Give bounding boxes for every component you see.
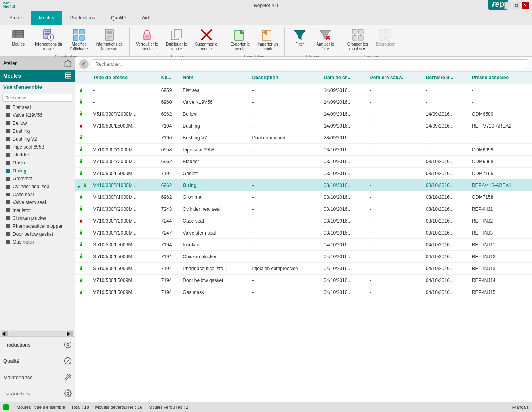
sidebar-item[interactable]: Cylinder heal seal <box>0 183 75 191</box>
nav-atelier[interactable]: Atelier <box>2 11 31 25</box>
sidebar-item-dot <box>6 216 10 220</box>
toolbar-supprimer-button[interactable]: Supprimer le moule <box>192 27 221 53</box>
last-use-cell: 03/10/2016... <box>423 203 469 215</box>
sidebar-item[interactable]: Chicken plucker <box>0 214 75 222</box>
info-presse-icon <box>103 29 116 41</box>
table-row[interactable]: V710/500/L5009M... 7194 Bushing - 14/09/… <box>75 120 532 132</box>
sidebar-item[interactable]: Bushing <box>0 127 75 135</box>
toolbar-verrouiller-button[interactable]: Verrouiller le moule <box>133 27 161 53</box>
table-container[interactable]: Type de presse Nu... Nom Description Dat <box>75 72 532 402</box>
svg-rect-36 <box>352 36 357 40</box>
sidebar-item[interactable]: Pharmaceutical stopper <box>0 222 75 230</box>
toolbar-dupliquer-button[interactable]: Dubliquer le moule <box>163 27 190 53</box>
nav-parametres-item[interactable]: Paramètres <box>0 385 75 402</box>
sidebar-item-label: Bushing V2 <box>13 136 37 142</box>
table-row[interactable]: V510/300/Y2000M... 6958 Pipe seal 6958 -… <box>75 144 532 156</box>
table-row[interactable]: S510/500/L5009M... 7194 Insulator - 04/1… <box>75 239 532 251</box>
sidebar-item[interactable]: Insulator <box>0 206 75 214</box>
table-row[interactable]: V710/300/Y2000M... 7244 Case seal - 03/1… <box>75 215 532 227</box>
toolbar-info-presse-button[interactable]: Informations de la presse <box>92 27 126 53</box>
sidebar-item[interactable]: Grommet <box>0 175 75 183</box>
date-cr-cell: 14/09/2016... <box>321 96 367 108</box>
date-cr-cell: 04/10/2016... <box>321 239 367 251</box>
nom-cell: Insulator <box>180 239 250 251</box>
col-nom[interactable]: Nom <box>180 72 250 84</box>
sidebar-item[interactable]: Bellow <box>0 119 75 127</box>
maximize-button[interactable]: □ <box>513 2 520 9</box>
lock-cell <box>75 108 91 120</box>
svg-rect-41 <box>380 29 385 34</box>
col-last-save[interactable]: Dernière sauv... <box>367 72 423 84</box>
presse-cell: - <box>469 132 532 144</box>
nav-moules[interactable]: Moules <box>31 11 62 25</box>
nav-qualite-item[interactable]: Qualité <box>0 353 75 369</box>
col-date-cr[interactable]: Date de cr... <box>321 72 367 84</box>
lock-cell <box>75 203 91 215</box>
nav-qualite[interactable]: Qualité <box>103 11 134 25</box>
last-use-cell: - <box>423 84 469 96</box>
sidebar-moules-section[interactable]: Moules <box>0 70 75 82</box>
minimize-button[interactable]: — <box>504 2 511 9</box>
nav-productions[interactable]: Productions <box>62 11 103 25</box>
sidebar-overview[interactable]: Vue d'ensemble <box>0 82 75 92</box>
table-row[interactable]: ▶ V410/300/Y1000M... 6962 O'ring - 03/10… <box>75 179 532 191</box>
nav-productions-item[interactable]: Productions <box>0 337 75 353</box>
table-row[interactable]: V510/300/Y2000M... 6962 Bellow - 14/09/2… <box>75 108 532 120</box>
table-row[interactable]: S510/500/L5009M... 7194 Chicken plucker … <box>75 251 532 263</box>
table-row[interactable]: - 7196 Bushing V2 Dual compound 28/09/20… <box>75 132 532 144</box>
sidebar-item[interactable]: Door bellow gasket <box>0 230 75 238</box>
toolbar-modifier-affichage-button[interactable]: Modifier l'affichage <box>67 27 91 53</box>
nav-aide[interactable]: Aide <box>134 11 159 25</box>
col-lock <box>75 72 91 84</box>
last-save-cell: - <box>367 203 423 215</box>
back-button[interactable] <box>79 59 89 69</box>
table-row[interactable]: V710/500/L5009M... 7194 Door bellow gask… <box>75 275 532 286</box>
svg-rect-44 <box>386 36 391 40</box>
toolbar-group-exportation: Exporter le moule Importer un moule Expo… <box>224 27 285 60</box>
col-type-presse[interactable]: Type de presse <box>91 72 158 84</box>
col-last-use[interactable]: Dernière u... <box>423 72 469 84</box>
toolbar-degrouper-button[interactable]: Dégrouper <box>373 27 398 48</box>
toolbar-grouper-button[interactable]: Grouper les moules▼ <box>344 27 371 53</box>
table-row[interactable]: V710/300/Y2000M... 6962 Bladder - 03/10/… <box>75 156 532 168</box>
sidebar-item[interactable]: Case seal <box>0 191 75 198</box>
toolbar-moules-button[interactable]: Moules <box>6 27 30 48</box>
nav-maintenance-item[interactable]: Maintenance <box>0 369 75 385</box>
scroll-left-btn[interactable]: ◀ <box>2 331 8 336</box>
sidebar-item[interactable]: Bladder <box>0 151 75 159</box>
col-desc[interactable]: Description <box>250 72 321 84</box>
table-row[interactable]: V710/500/L5009M... 7194 Gas mask - 04/10… <box>75 286 532 298</box>
col-presse[interactable]: Presse associée <box>469 72 532 84</box>
table-row[interactable]: S510/500/L5009M... 7194 Pharmaceutical s… <box>75 263 532 275</box>
sidebar-scrollbar[interactable] <box>9 331 66 336</box>
num-cell: 7194 <box>159 251 181 263</box>
sidebar-item[interactable]: Bushing V2 <box>0 135 75 143</box>
sidebar-item[interactable]: Valve stem seal <box>0 198 75 206</box>
toolbar-importer-button[interactable]: Importer un moule <box>254 27 281 53</box>
toolbar-filter-button[interactable]: Filter <box>288 27 312 48</box>
table-row[interactable]: - 6960 Valve K19V56 - 14/09/2016... - - … <box>75 96 532 108</box>
sidebar-item[interactable]: Flat seal <box>0 103 75 111</box>
sidebar-item[interactable]: Pipe seal 6958 <box>0 143 75 151</box>
toolbar-info-moule-button[interactable]: i Informations du moule <box>32 27 65 53</box>
sidebar-item[interactable]: Gasket <box>0 159 75 167</box>
table-row[interactable]: V710/300/Y2000M... 7243 Cylinder heal se… <box>75 203 532 215</box>
date-cr-cell: 04/10/2016... <box>321 251 367 263</box>
num-cell: 6958 <box>159 144 181 156</box>
content-search-input[interactable] <box>92 59 528 69</box>
col-num[interactable]: Nu... <box>159 72 181 84</box>
close-button[interactable]: ✕ <box>522 2 529 9</box>
table-row[interactable]: V710/300/Y2000M... 7247 Valve stem seal … <box>75 227 532 239</box>
sidebar-item[interactable]: Valve K19V56 <box>0 111 75 119</box>
table-row[interactable]: - 6959 Flat seal - 14/09/2016... - - - <box>75 84 532 96</box>
sidebar-search-input[interactable] <box>2 94 72 102</box>
toolbar-group-visualisation: Moules i Informations du moule Modifier … <box>3 27 130 60</box>
toolbar-exporter-button[interactable]: Exporter le moule <box>227 27 253 53</box>
table-row[interactable]: V710/500/L5009M... 7194 Gasket - 03/10/2… <box>75 168 532 179</box>
scroll-right-btn[interactable]: ▶ <box>67 331 73 336</box>
toolbar-annuler-filtre-button[interactable]: Annuler le filtre <box>313 27 338 53</box>
sidebar-item[interactable]: Gas mask <box>0 238 75 246</box>
sidebar-item[interactable]: O'ring <box>0 167 75 175</box>
last-save-cell: - <box>367 96 423 108</box>
table-row[interactable]: V410/300/Y1000M... 6962 Grommet - 03/10/… <box>75 191 532 203</box>
